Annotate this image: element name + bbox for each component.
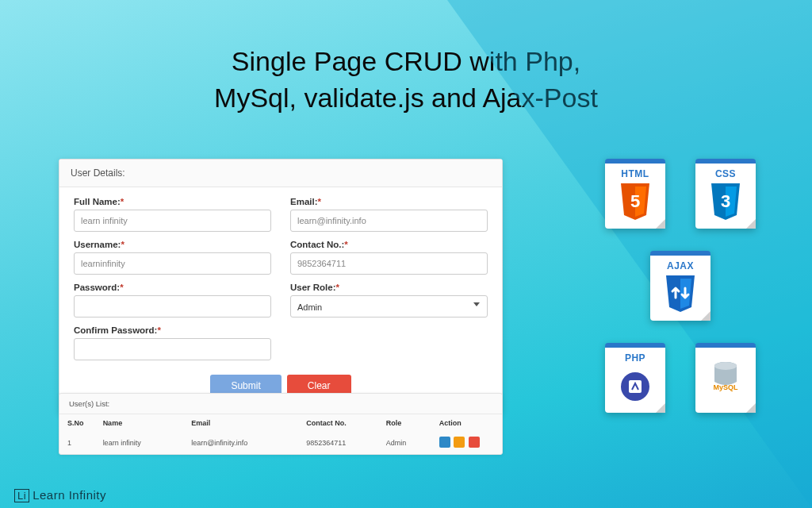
password-input[interactable] [74,295,271,318]
table-row: 1 learn infinity learn@infinity.info 985… [59,432,502,454]
fullname-label: Full Name:* [74,197,271,206]
username-label: Username:* [74,240,271,249]
confirm-password-label: Confirm Password:* [74,325,271,335]
brand-logo: LiLearn Infinity [14,488,106,502]
cell-actions [431,432,502,454]
svg-point-5 [714,362,737,370]
edit-button[interactable] [454,437,465,448]
role-label: User Role:* [290,283,488,292]
svg-text:5: 5 [630,191,640,211]
cell-contact: 9852364711 [298,432,377,454]
col-name: Name [95,414,184,432]
cell-role: Admin [378,432,431,454]
mysql-icon: MySQL [695,343,756,413]
cell-name: learn infinity [95,432,184,454]
svg-text:3: 3 [721,191,730,211]
php-icon: PHP [605,343,665,413]
cell-email: learn@infinity.info [183,432,298,454]
user-table: S.No Name Email Contact No. Role Action … [59,414,502,454]
user-list-panel: User(s) List: S.No Name Email Contact No… [59,393,503,455]
contact-label: Contact No.:* [290,240,488,249]
delete-button[interactable] [469,437,480,448]
username-input[interactable] [74,252,271,275]
user-details-panel: User Details: Full Name:* Email:* Userna… [59,159,503,414]
cell-sno: 1 [59,432,95,454]
col-role: Role [378,414,431,432]
logo-icon: Li [14,489,29,502]
table-header-row: S.No Name Email Contact No. Role Action [59,414,502,432]
email-input[interactable] [290,210,488,232]
html5-icon: HTML 5 [605,159,665,229]
svg-text:MySQL: MySQL [713,383,738,391]
contact-input[interactable] [290,252,488,275]
col-action: Action [431,414,502,432]
view-button[interactable] [439,437,450,448]
css3-icon: CSS 3 [695,159,756,229]
tech-icon-grid: HTML 5 CSS 3 AJAX PHP MySQL [603,159,758,413]
panel-body: Full Name:* Email:* Username:* Contact N… [59,187,502,413]
user-list-title: User(s) List: [59,394,502,414]
panel-title: User Details: [59,160,502,187]
chevron-down-icon [473,302,480,306]
col-sno: S.No [59,414,95,432]
ajax-icon: AJAX [650,251,710,321]
col-contact: Contact No. [298,414,377,432]
email-label: Email:* [290,197,488,206]
role-select[interactable]: Admin [290,295,488,318]
fullname-input[interactable] [74,210,271,232]
password-label: Password:* [74,283,271,292]
confirm-password-input[interactable] [74,338,271,360]
col-email: Email [183,414,298,432]
